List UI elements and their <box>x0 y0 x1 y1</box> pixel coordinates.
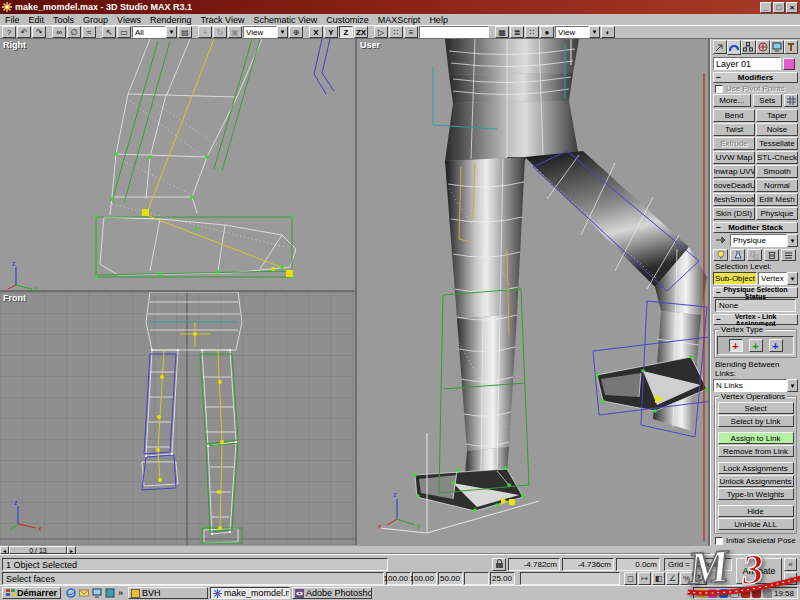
taskbar-window-max[interactable]: make_momdel.max - ... <box>210 587 290 599</box>
quick-launch-overflow-icon[interactable]: » <box>118 588 123 598</box>
remove-modifier-icon[interactable] <box>764 249 779 261</box>
modifier-meshsmooth-button[interactable]: MeshSmooth <box>713 193 755 206</box>
tray-cd-icon[interactable] <box>752 589 761 598</box>
selection-level-dropdown[interactable]: Vertex ▼ <box>758 272 798 285</box>
taskbar-window-bvh[interactable]: BVH <box>128 587 208 599</box>
configure-button-sets-icon[interactable] <box>784 94 798 107</box>
select-by-link-button[interactable]: Select by Link <box>718 415 794 427</box>
vertex-type-deformable-button[interactable]: + <box>729 339 743 352</box>
coordinate-x-field[interactable]: -4.782cm <box>508 558 560 571</box>
render-type-dropdown[interactable]: View ▼ <box>555 26 600 38</box>
maximize-icon[interactable]: □ <box>773 2 785 13</box>
initial-skeletal-pose-checkbox[interactable]: Initial Skeletal Pose <box>715 536 796 545</box>
taskbar-clock[interactable]: 19:58 <box>774 589 794 598</box>
show-end-result-icon[interactable] <box>730 249 745 261</box>
track-view-icon[interactable]: ▦ <box>495 26 509 38</box>
tray-display-icon[interactable] <box>763 589 772 598</box>
modifier-skin-dsi-button[interactable]: Skin (DSI) <box>713 207 755 220</box>
taskbar-window-photoshop[interactable]: Adobe Photoshop <box>292 587 372 599</box>
menu-track-view[interactable]: Track View <box>200 15 244 25</box>
numeric-field-blank[interactable] <box>464 572 489 585</box>
use-pivot-center-icon[interactable]: ⊕ <box>289 26 303 38</box>
use-pivot-points-checkbox[interactable]: Use Pivot Points <box>715 84 796 93</box>
chevron-down-icon[interactable]: ▼ <box>787 379 798 392</box>
numeric-field-4[interactable]: 25.00 <box>490 572 515 585</box>
frame-back-icon[interactable]: ◂ <box>0 546 9 554</box>
outlook-icon[interactable] <box>79 588 89 598</box>
chevron-down-icon[interactable]: ▼ <box>166 26 177 38</box>
viewport-right[interactable]: Right <box>0 39 355 290</box>
rollout-modifiers[interactable]: − Modifiers <box>713 72 798 83</box>
time-slider[interactable]: ◂ 0 / 13 ▸ <box>0 545 710 554</box>
modifier-extrude-button[interactable]: Extrude <box>713 137 755 150</box>
chevron-down-icon[interactable]: ▼ <box>787 234 798 247</box>
remove-from-link-button[interactable]: Remove from Link <box>718 445 794 457</box>
degradation-override-icon[interactable]: ◻ <box>624 572 637 585</box>
select-button[interactable]: Select <box>718 402 794 414</box>
coordinate-y-field[interactable]: -4.736cm <box>562 558 614 571</box>
time-slider-handle[interactable]: 0 / 13 <box>9 546 67 554</box>
channels-icon[interactable] <box>105 588 115 598</box>
restrict-z-button[interactable]: Z <box>339 26 353 38</box>
material-editor-icon[interactable]: ∷ <box>525 26 539 38</box>
select-and-link-icon[interactable]: ∞ <box>52 26 66 38</box>
spinner-snap-icon[interactable]: ↻ <box>694 572 707 585</box>
modifier-smooth-button[interactable]: Smooth <box>756 165 798 178</box>
sub-object-button[interactable]: Sub-Object <box>713 272 757 285</box>
viewport-front[interactable]: Front <box>0 292 355 545</box>
viewport-user[interactable]: User <box>357 39 708 545</box>
select-object-icon[interactable]: ↖ <box>102 26 116 38</box>
angle-snap-icon[interactable]: ∠ <box>666 572 679 585</box>
menu-help[interactable]: Help <box>429 15 448 25</box>
tray-messenger-icon[interactable] <box>708 589 717 598</box>
tray-volume-icon[interactable] <box>697 589 706 598</box>
tab-create[interactable] <box>713 40 727 54</box>
assign-to-link-button[interactable]: Assign to Link <box>718 432 794 444</box>
pin-stack-icon[interactable] <box>713 234 728 246</box>
show-desktop-icon[interactable] <box>92 588 102 598</box>
key-mode-icon[interactable]: ○ <box>784 572 797 585</box>
modifier-normal-button[interactable]: Normal <box>756 179 798 192</box>
selection-region-icon[interactable]: ▭ <box>117 26 131 38</box>
close-icon[interactable]: × <box>786 2 798 13</box>
numeric-field-3[interactable]: 50.00 <box>438 572 463 585</box>
menu-edit[interactable]: Edit <box>29 15 45 25</box>
tray-network-icon[interactable] <box>719 589 728 598</box>
rollout-physique-status[interactable]: − Physique Selection Status <box>713 287 798 298</box>
help-mode-icon[interactable]: ? <box>2 26 16 38</box>
modifier-bend-button[interactable]: Bend <box>713 109 755 122</box>
restrict-y-button[interactable]: Y <box>324 26 338 38</box>
render-last-icon[interactable]: ◐ <box>601 26 615 38</box>
array-icon[interactable]: ∷ <box>389 26 403 38</box>
hide-button[interactable]: Hide <box>718 505 794 517</box>
render-scene-icon[interactable]: ● <box>540 26 554 38</box>
tab-utilities[interactable] <box>784 40 798 54</box>
sets-button[interactable]: Sets <box>753 94 783 107</box>
go-to-start-icon[interactable]: « <box>784 558 797 571</box>
named-selection-sets-input[interactable] <box>419 26 489 38</box>
frame-forward-icon[interactable]: ▸ <box>67 546 76 554</box>
time-tag-field[interactable] <box>520 572 620 585</box>
numeric-field-1[interactable]: 100.00 <box>386 572 411 585</box>
make-unique-icon[interactable] <box>747 249 762 261</box>
numeric-field-2[interactable]: 100.00 <box>412 572 437 585</box>
menu-rendering[interactable]: Rendering <box>150 15 192 25</box>
lock-assignments-button[interactable]: Lock Assignments <box>718 462 794 474</box>
tray-scheduler-icon[interactable] <box>730 589 739 598</box>
restrict-x-button[interactable]: X <box>309 26 323 38</box>
modifier-removedeaduv-button[interactable]: emoveDeadUV <box>713 179 755 192</box>
tab-hierarchy[interactable] <box>741 40 755 54</box>
snap-toggle-icon[interactable]: ◧ <box>652 572 665 585</box>
bind-to-spacewarp-icon[interactable]: ≈ <box>82 26 96 38</box>
modifier-noise-button[interactable]: Noise <box>756 123 798 136</box>
layer-name-input[interactable] <box>713 57 781 70</box>
chevron-down-icon[interactable]: ▼ <box>787 272 798 285</box>
mirror-icon[interactable]: ▷ <box>374 26 388 38</box>
crossing-selection-icon[interactable]: ↦ <box>638 572 651 585</box>
edit-stack-icon[interactable] <box>781 249 796 261</box>
unlock-assignments-button[interactable]: Unlock Assignments <box>718 475 794 487</box>
modifier-stl-check-button[interactable]: STL-Check <box>756 151 798 164</box>
percent-snap-icon[interactable]: % <box>680 572 693 585</box>
modifier-uvw-map-button[interactable]: UVW Map <box>713 151 755 164</box>
chevron-down-icon[interactable]: ▼ <box>589 26 600 38</box>
